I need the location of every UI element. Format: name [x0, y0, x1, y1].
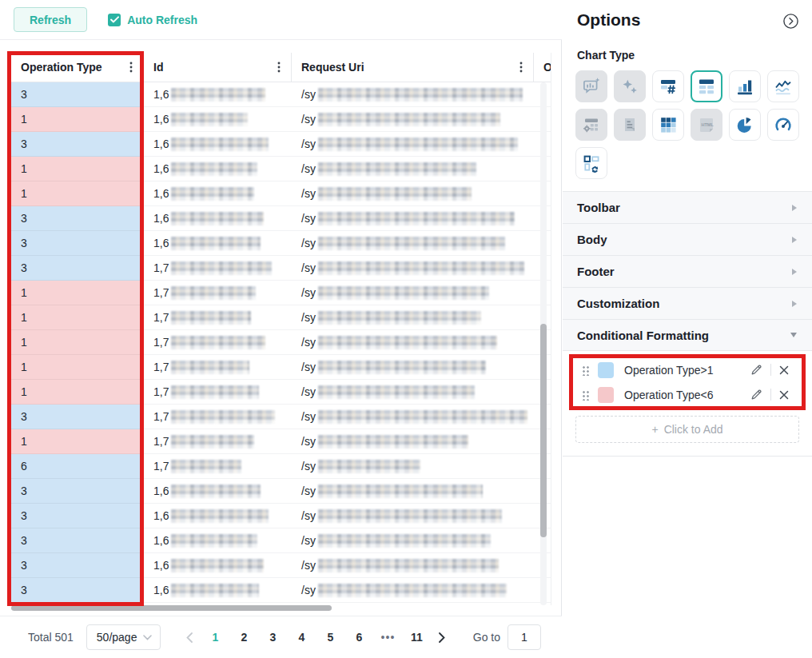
- column-header-label: Request Uri: [301, 61, 364, 74]
- horizontal-scrollbar[interactable]: [11, 605, 551, 612]
- chart-type-gauge-button[interactable]: [767, 109, 799, 141]
- chart-type-layout-swap-button[interactable]: [575, 147, 607, 179]
- cell-id: 1,6: [144, 528, 292, 553]
- cell-request-uri: /sy: [292, 231, 534, 256]
- cell-request-uri: /sy: [292, 429, 534, 454]
- page-number[interactable]: 11: [404, 625, 428, 649]
- auto-refresh-toggle[interactable]: Auto Refresh: [108, 14, 197, 26]
- section-footer[interactable]: Footer: [563, 255, 812, 287]
- id-mosaic: [171, 286, 256, 300]
- cell-operation-type: 3: [11, 553, 144, 578]
- section-toolbar[interactable]: Toolbar: [563, 191, 812, 223]
- table-row: 3 1,6 /sy: [11, 132, 551, 157]
- page-number[interactable]: 4: [289, 625, 313, 649]
- id-prefix: 1,7: [153, 286, 169, 299]
- chart-type-line-chart-button[interactable]: [767, 70, 799, 102]
- next-page-button[interactable]: [431, 625, 453, 649]
- chart-type-matrix-button[interactable]: [652, 109, 684, 141]
- uri-mosaic: [318, 485, 483, 498]
- cell-operation-type: 1: [11, 380, 144, 405]
- column-menu-icon[interactable]: [514, 59, 528, 75]
- page-number[interactable]: 1: [203, 625, 227, 649]
- column-menu-icon[interactable]: [124, 59, 138, 75]
- uri-prefix: /sy: [301, 509, 316, 522]
- uri-mosaic: [318, 261, 524, 275]
- cell-operation-type: 1: [11, 107, 144, 132]
- table-icon: [697, 77, 716, 96]
- cell-id: 1,6: [144, 504, 292, 528]
- uri-mosaic: [318, 311, 481, 325]
- collapse-panel-icon[interactable]: [782, 13, 799, 30]
- section-customization[interactable]: Customization: [563, 287, 812, 319]
- horizontal-scrollbar-thumb[interactable]: [11, 605, 332, 611]
- uri-mosaic: [318, 162, 476, 176]
- pager: 123456•••11: [178, 625, 453, 649]
- id-prefix: 1,7: [153, 311, 169, 324]
- add-rule-button[interactable]: + Click to Add: [575, 416, 799, 443]
- chart-type-number-table-button[interactable]: [652, 70, 684, 102]
- vertical-scrollbar[interactable]: [540, 82, 547, 605]
- page-number[interactable]: 6: [347, 625, 371, 649]
- uri-prefix: /sy: [301, 336, 316, 349]
- goto-label: Go to: [473, 631, 500, 644]
- prev-page-button[interactable]: [178, 625, 201, 649]
- goto-page-input[interactable]: [508, 624, 541, 650]
- cell-operation-type: 3: [11, 504, 144, 528]
- chart-type-pie-chart-button[interactable]: [729, 109, 761, 141]
- refresh-button[interactable]: Refresh: [14, 7, 87, 32]
- cell-operation-type: 3: [11, 82, 144, 107]
- table-body: 3 1,6 /sy 1 1,6 /sy 3 1,6 /sy: [11, 82, 551, 603]
- table-row: 1 1,7 /sy: [11, 355, 551, 380]
- table-row: 1 1,7 /sy: [11, 429, 551, 454]
- table-row: 3 1,6 /sy: [11, 231, 551, 256]
- edit-rule-button[interactable]: [748, 361, 765, 378]
- chart-type-ai-chat-button[interactable]: [575, 70, 607, 102]
- chart-type-document-button[interactable]: [614, 109, 646, 141]
- data-table: Operation Type Id Request Uri Op 3 1,6 /…: [11, 53, 551, 605]
- section-label: Toolbar: [577, 201, 620, 214]
- page-number[interactable]: 3: [261, 625, 285, 649]
- cell-operation-type: 1: [11, 429, 144, 454]
- id-mosaic: [171, 113, 248, 126]
- drag-handle-icon[interactable]: [582, 365, 589, 376]
- edit-rule-button[interactable]: [748, 386, 765, 403]
- id-mosaic: [171, 212, 264, 225]
- uri-mosaic: [318, 559, 499, 572]
- page-number[interactable]: •••: [376, 625, 400, 649]
- id-prefix: 1,6: [153, 187, 169, 200]
- chart-type-ai-sparkles-button[interactable]: [614, 70, 646, 102]
- chart-type-data-table-button[interactable]: [691, 70, 722, 102]
- cell-id: 1,7: [144, 405, 292, 429]
- section-body[interactable]: Body: [563, 223, 812, 255]
- chart-type-grid: HTML: [575, 70, 802, 179]
- id-prefix: 1,7: [153, 435, 169, 448]
- uri-mosaic: [318, 410, 527, 424]
- table-row: 1 1,7 /sy: [11, 305, 551, 330]
- delete-rule-button[interactable]: [777, 363, 791, 377]
- id-mosaic: [171, 559, 264, 572]
- vertical-scrollbar-thumb[interactable]: [540, 324, 547, 537]
- close-icon: [779, 390, 789, 400]
- color-matrix-icon: [659, 115, 678, 134]
- chevron-icon: [792, 205, 797, 211]
- cell-operation-type: 1: [11, 157, 144, 181]
- auto-refresh-checkbox[interactable]: [108, 14, 121, 26]
- id-prefix: 1,6: [153, 509, 169, 522]
- chart-type-table-settings-button[interactable]: [575, 109, 607, 141]
- id-mosaic: [171, 336, 265, 349]
- section-conditional-formatting[interactable]: Conditional Formatting: [563, 319, 812, 351]
- uri-mosaic: [318, 584, 507, 597]
- uri-prefix: /sy: [301, 286, 316, 299]
- delete-rule-button[interactable]: [777, 388, 791, 402]
- drag-handle-icon[interactable]: [582, 389, 589, 401]
- cell-id: 1,6: [144, 181, 292, 206]
- page-number[interactable]: 2: [232, 625, 256, 649]
- table-row: 3 1,6 /sy: [11, 578, 551, 603]
- chart-type-html-button[interactable]: HTML: [691, 109, 722, 141]
- page-number[interactable]: 5: [318, 625, 342, 649]
- page-size-select[interactable]: 50/page: [86, 624, 161, 650]
- chart-type-bar-chart-button[interactable]: [729, 70, 761, 102]
- cell-request-uri: /sy: [292, 281, 534, 305]
- column-menu-icon[interactable]: [272, 59, 286, 75]
- divider: [770, 364, 771, 376]
